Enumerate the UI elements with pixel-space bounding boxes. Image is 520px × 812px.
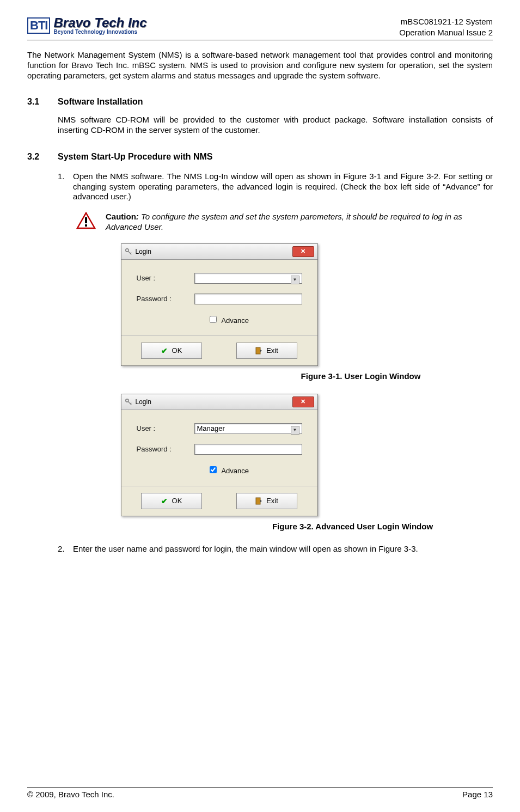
svg-rect-2 <box>85 224 87 227</box>
user-label: User : <box>137 424 186 432</box>
section-number: 3.2 <box>27 152 45 162</box>
advance-checkbox[interactable] <box>210 466 217 473</box>
list-text: Open the NMS software. The NMS Log-In wi… <box>73 172 493 202</box>
user-row: User : Manager <box>137 423 302 434</box>
user-row: User : <box>137 273 302 284</box>
svg-rect-11 <box>256 498 260 504</box>
exit-icon <box>255 497 262 505</box>
page-number: Page 13 <box>462 790 493 799</box>
warning-icon <box>76 212 96 232</box>
svg-line-10 <box>130 402 131 404</box>
caution-block: Caution: To configure the system and set… <box>76 212 493 233</box>
section-3-1-body: NMS software CD-ROM will be provided to … <box>58 115 493 136</box>
ordered-list-cont: 2. Enter the user name and password for … <box>58 544 493 554</box>
password-input[interactable] <box>194 294 302 304</box>
exit-button[interactable]: Exit <box>236 493 297 509</box>
dialog-titlebar: Login ✕ <box>121 244 317 260</box>
dialog-body: User : Manager Password : Advance <box>121 410 317 486</box>
password-label: Password : <box>137 295 186 303</box>
user-label: User : <box>137 274 186 282</box>
figure-3-2-caption: Figure 3-2. Advanced User Login Window <box>212 522 493 531</box>
list-text: Enter the user name and password for log… <box>73 544 418 554</box>
key-icon <box>125 398 132 406</box>
svg-rect-1 <box>85 217 87 223</box>
close-button[interactable]: ✕ <box>292 246 314 257</box>
svg-marker-12 <box>260 500 262 502</box>
advance-label: Advance <box>221 467 249 475</box>
advance-label: Advance <box>221 316 249 325</box>
logo-tagline: Beyond Technology Innovations <box>53 29 146 35</box>
list-number: 2. <box>58 544 68 554</box>
dialog-body: User : Password : Advance <box>121 260 317 335</box>
button-row: ✔ OK Exit <box>121 486 317 516</box>
ordered-list: 1. Open the NMS software. The NMS Log-In… <box>58 172 493 202</box>
password-row: Password : <box>137 294 302 304</box>
caution-body: To configure the system and set the syst… <box>106 212 462 231</box>
caution-text: Caution: To configure the system and set… <box>106 212 493 233</box>
page-footer: © 2009, Bravo Tech Inc. Page 13 <box>27 787 493 799</box>
dialog-title-left: Login <box>125 398 151 406</box>
exit-icon <box>255 347 262 355</box>
intro-paragraph: The Network Management System (NMS) is a… <box>27 50 493 81</box>
dialog-title: Login <box>136 248 151 255</box>
svg-line-5 <box>130 252 131 253</box>
check-icon: ✔ <box>161 346 168 355</box>
check-icon: ✔ <box>161 497 168 505</box>
exit-label: Exit <box>266 346 278 355</box>
section-number: 3.1 <box>27 97 45 107</box>
button-row: ✔ OK Exit <box>121 335 317 365</box>
svg-marker-7 <box>260 350 262 352</box>
section-3-1-heading: 3.1 Software Installation <box>27 97 493 107</box>
key-icon <box>125 248 132 255</box>
header-meta: mBSC081921-12 System Operation Manual Is… <box>399 16 493 38</box>
close-icon: ✕ <box>301 398 305 405</box>
page: BTI Bravo Tech Inc Beyond Technology Inn… <box>0 0 520 812</box>
ok-button[interactable]: ✔ OK <box>141 493 202 509</box>
login-dialog-advanced: Login ✕ User : Manager Password : Advanc… <box>121 394 318 516</box>
exit-label: Exit <box>266 497 278 505</box>
section-title: Software Installation <box>58 97 143 107</box>
ok-label: OK <box>172 346 182 355</box>
dialog-title: Login <box>136 398 151 406</box>
figure-3-1: Login ✕ User : Password : Advance <box>27 243 493 366</box>
advance-row: Advance <box>207 465 302 475</box>
doc-issue: Operation Manual Issue 2 <box>399 27 493 38</box>
advance-row: Advance <box>207 314 302 325</box>
close-button[interactable]: ✕ <box>292 396 314 407</box>
list-item: 2. Enter the user name and password for … <box>58 544 493 554</box>
dialog-title-left: Login <box>125 248 151 255</box>
login-dialog: Login ✕ User : Password : Advance <box>121 243 318 366</box>
close-icon: ✕ <box>301 248 305 255</box>
page-header: BTI Bravo Tech Inc Beyond Technology Inn… <box>27 16 493 40</box>
logo: BTI Bravo Tech Inc Beyond Technology Inn… <box>27 16 147 35</box>
section-title: System Start-Up Procedure with NMS <box>58 152 213 162</box>
list-number: 1. <box>58 172 68 202</box>
dialog-titlebar: Login ✕ <box>121 394 317 410</box>
ok-button[interactable]: ✔ OK <box>141 343 202 359</box>
svg-rect-6 <box>256 347 260 354</box>
figure-3-1-caption: Figure 3-1. User Login Window <box>229 371 493 381</box>
caution-label: Caution <box>106 212 136 221</box>
figure-3-2: Login ✕ User : Manager Password : Advanc… <box>27 394 493 516</box>
password-row: Password : <box>137 444 302 455</box>
exit-button[interactable]: Exit <box>236 343 297 359</box>
doc-id: mBSC081921-12 System <box>399 16 493 27</box>
section-3-2-heading: 3.2 System Start-Up Procedure with NMS <box>27 152 493 162</box>
password-input[interactable] <box>194 444 302 455</box>
user-combo[interactable] <box>194 273 302 284</box>
list-item: 1. Open the NMS software. The NMS Log-In… <box>58 172 493 202</box>
ok-label: OK <box>172 497 182 505</box>
advance-checkbox[interactable] <box>210 316 217 323</box>
user-combo[interactable]: Manager <box>194 423 302 434</box>
logo-main: Bravo Tech Inc <box>53 16 146 29</box>
copyright: © 2009, Bravo Tech Inc. <box>27 790 114 799</box>
logo-mark: BTI <box>27 17 50 34</box>
password-label: Password : <box>137 445 186 453</box>
logo-text: Bravo Tech Inc Beyond Technology Innovat… <box>53 16 146 35</box>
